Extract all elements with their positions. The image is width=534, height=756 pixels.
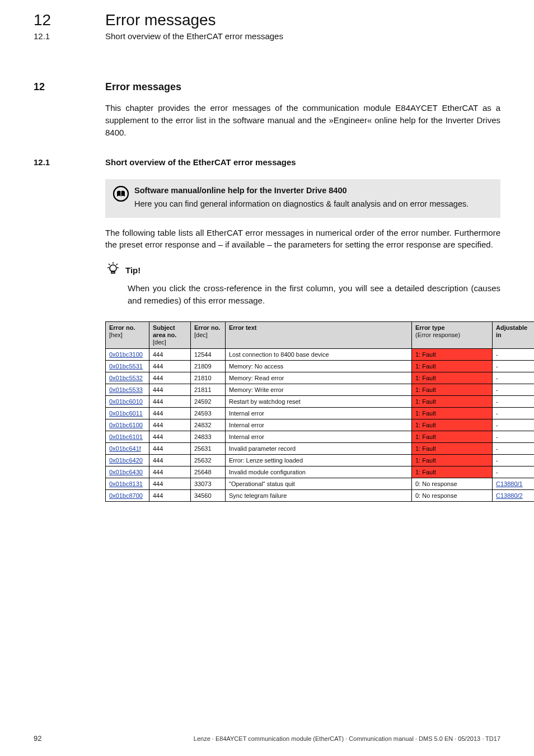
error-hex-link[interactable]: 0x01bc5533 [109,386,143,393]
cell-error-hex: 0x01bc6420 [106,455,149,466]
cell-adjustable-in: - [493,349,535,361]
cell-adjustable-in: - [493,419,535,431]
subsection-heading: 12.1 Short overview of the EtherCAT erro… [34,157,500,167]
running-header-chapter-title: Error messages [105,11,216,29]
cell-error-type: 1: Fault [412,349,493,361]
cell-error-text: Memory: Read error [226,372,412,384]
cell-error-type: 1: Fault [412,443,493,455]
subsection-number: 12.1 [34,157,78,167]
cell-error-text: Internal error [226,431,412,443]
th-subject-area: Subject area no.[dec] [149,321,191,349]
error-hex-link[interactable]: 0x01bc6011 [109,410,143,417]
cell-error-text: Error: Lenze setting loaded [226,455,412,466]
running-header-section-number: 12.1 [34,31,78,41]
cell-error-text: Restart by watchdog reset [226,396,412,408]
table-row: 0x01bc643044425648Invalid module configu… [106,466,535,478]
error-hex-link[interactable]: 0x01bc6430 [109,469,143,475]
cell-error-text: Memory: No access [226,361,412,372]
cell-error-dec: 12544 [191,349,226,361]
cell-error-dec: 34560 [191,490,226,502]
cell-error-type: 1: Fault [412,431,493,443]
cell-error-type: 1: Fault [412,396,493,408]
error-hex-link[interactable]: 0x01bc6010 [109,398,143,405]
cell-subject-area: 444 [149,396,191,408]
cell-error-text: Invalid module configuration [226,466,412,478]
footer-text: Lenze · E84AYCET communication module (E… [41,735,500,742]
cell-adjustable-in: - [493,372,535,384]
cell-subject-area: 444 [149,455,191,466]
cell-adjustable-in: - [493,361,535,372]
th-error-dec: Error no.[dec] [191,321,226,349]
error-hex-link[interactable]: 0x01bc6420 [109,457,143,464]
cell-error-hex: 0x01bc5531 [106,361,149,372]
cell-error-hex: 0x01bc5533 [106,384,149,396]
error-hex-link[interactable]: 0x01bc8700 [109,492,143,499]
table-row: 0x01bc642044425632Error: Lenze setting l… [106,455,535,466]
cell-subject-area: 444 [149,361,191,372]
cell-error-type: 0: No response [412,478,493,490]
adjustable-link[interactable]: C13880/1 [496,480,523,487]
cell-adjustable-in: - [493,396,535,408]
cell-error-dec: 24833 [191,431,226,443]
table-row: 0x01bc601144424593Internal error1: Fault… [106,408,535,419]
cell-error-type: 1: Fault [412,384,493,396]
cell-error-dec: 21810 [191,372,226,384]
cell-error-hex: 0x01bc8131 [106,478,149,490]
error-hex-link[interactable]: 0x01bc641f [109,445,141,452]
running-header-sub: 12.1 Short overview of the EtherCAT erro… [34,31,500,41]
cell-adjustable-in: - [493,384,535,396]
cell-error-text: Lost connection to 8400 base device [226,349,412,361]
error-hex-link[interactable]: 0x01bc6101 [109,433,143,440]
error-hex-link[interactable]: 0x01bc3100 [109,351,143,358]
cell-subject-area: 444 [149,372,191,384]
svg-point-2 [110,265,116,272]
cell-adjustable-in: C13880/2 [493,490,535,502]
th-error-hex: Error no.[hex] [106,321,149,349]
error-hex-link[interactable]: 0x01bc5531 [109,363,143,370]
running-header-chapter-number: 12 [34,11,78,29]
cell-subject-area: 444 [149,384,191,396]
cell-error-dec: 33073 [191,478,226,490]
cell-error-text: Sync telegram failure [226,490,412,502]
cell-error-text: Memory: Write error [226,384,412,396]
book-icon [113,186,129,204]
subsection-title: Short overview of the EtherCAT error mes… [105,157,296,167]
adjustable-link[interactable]: C13880/2 [496,492,523,499]
cell-error-hex: 0x01bc6010 [106,396,149,408]
cell-error-hex: 0x01bc6011 [106,408,149,419]
cell-error-type: 0: No response [412,490,493,502]
page-footer: 92 Lenze · E84AYCET communication module… [34,734,500,743]
cell-error-type: 1: Fault [412,408,493,419]
info-callout: Software manual/online help for the Inve… [105,179,500,217]
table-row: 0x01bc601044424592Restart by watchdog re… [106,396,535,408]
cell-error-type: 1: Fault [412,455,493,466]
cell-error-type: 1: Fault [412,361,493,372]
callout-text: Here you can find general information on… [134,198,493,209]
error-hex-link[interactable]: 0x01bc5532 [109,375,143,381]
cell-subject-area: 444 [149,478,191,490]
table-row: 0x01bc553344421811Memory: Write error1: … [106,384,535,396]
svg-line-9 [116,264,118,265]
cell-subject-area: 444 [149,349,191,361]
tip-text: When you click the cross-reference in th… [128,282,500,307]
cell-error-dec: 25648 [191,466,226,478]
section-title: Error messages [105,81,181,93]
cell-error-hex: 0x01bc6101 [106,431,149,443]
running-header-section-title: Short overview of the EtherCAT error mes… [105,31,283,41]
cell-error-hex: 0x01bc6100 [106,419,149,431]
lightbulb-icon [105,261,121,279]
svg-line-8 [109,264,110,265]
cell-subject-area: 444 [149,419,191,431]
table-row: 0x01bc553144421809Memory: No access1: Fa… [106,361,535,372]
error-hex-link[interactable]: 0x01bc6100 [109,422,143,428]
error-table-header: Error no.[hex] Subject area no.[dec] Err… [106,321,535,349]
cell-error-hex: 0x01bc5532 [106,372,149,384]
cell-error-text: Invalid parameter record [226,443,412,455]
table-row: 0x01bc641f44425631Invalid parameter reco… [106,443,535,455]
cell-adjustable-in: - [493,443,535,455]
table-row: 0x01bc310044412544Lost connection to 840… [106,349,535,361]
error-table-body: 0x01bc310044412544Lost connection to 840… [106,349,535,502]
th-adjustable-in: Adjustable in [493,321,535,349]
separator-dashes: _ _ _ _ _ _ _ _ _ _ _ _ _ _ _ _ _ _ _ _ … [34,57,500,66]
error-hex-link[interactable]: 0x01bc8131 [109,480,143,487]
